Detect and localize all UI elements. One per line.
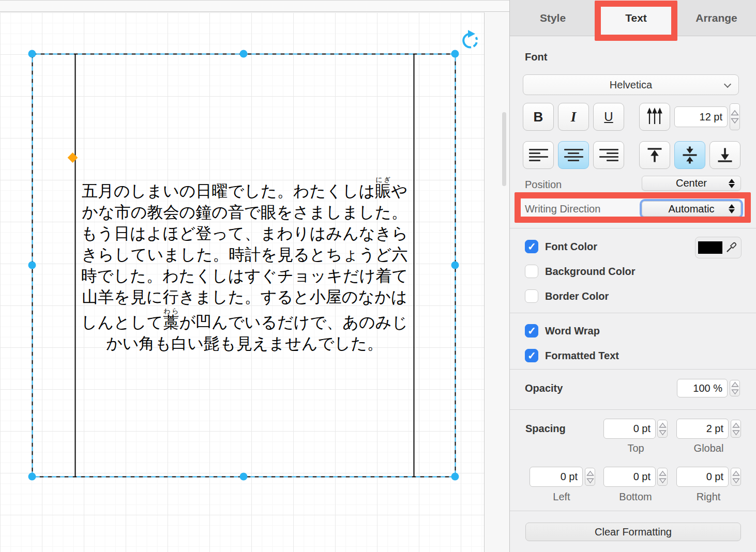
- opacity-value: 100 %: [693, 382, 722, 394]
- spacing-right-value: 0 pt: [706, 471, 723, 483]
- font-size-input[interactable]: 12 pt: [674, 106, 728, 127]
- font-size-value: 12 pt: [700, 111, 722, 123]
- spacing-label: Spacing: [525, 423, 566, 435]
- select-arrows-icon: [729, 204, 735, 213]
- valign-top-icon: [645, 146, 664, 164]
- position-value: Center: [676, 177, 707, 189]
- background-color-checkbox[interactable]: [525, 265, 538, 278]
- opacity-input[interactable]: 100 %: [677, 379, 728, 397]
- formatted-text-label: Formatted Text: [545, 350, 619, 362]
- stepper-arrows-icon: [731, 110, 739, 124]
- writing-direction-select[interactable]: Automatic: [642, 201, 741, 217]
- spacing-global-stepper[interactable]: [731, 420, 741, 438]
- align-center-button[interactable]: [558, 141, 589, 169]
- section-divider: [510, 409, 756, 410]
- italic-icon: I: [571, 109, 577, 125]
- spacing-right-label: Right: [684, 491, 733, 503]
- writing-direction-label: Writing Direction: [525, 203, 600, 215]
- canvas-vertical-scrollbar[interactable]: [502, 112, 506, 186]
- font-family-select[interactable]: Helvetica: [523, 74, 739, 95]
- drawing-canvas[interactable]: 五月のしまいの日曜でした。わたくしは賑にぎやかな市の教会の鐘の音で眼をさましまし…: [0, 0, 509, 552]
- align-right-icon: [599, 149, 618, 161]
- word-wrap-checkbox[interactable]: [525, 324, 538, 338]
- spacing-left-value: 0 pt: [561, 471, 578, 483]
- selection-rect-black: [33, 54, 456, 477]
- position-select[interactable]: Center: [642, 176, 741, 191]
- vertical-text-icon: [645, 108, 664, 126]
- spacing-top-value: 0 pt: [633, 423, 651, 435]
- font-section-label: Font: [525, 51, 547, 63]
- font-family-value: Helvetica: [610, 79, 652, 91]
- italic-button[interactable]: I: [558, 103, 589, 131]
- label-move-handle[interactable]: [68, 152, 78, 163]
- tab-style-label: Style: [540, 12, 566, 24]
- underline-button[interactable]: U: [593, 103, 624, 131]
- valign-bottom-button[interactable]: [709, 141, 740, 169]
- align-left-button[interactable]: [523, 141, 554, 169]
- valign-bottom-icon: [716, 146, 734, 164]
- clear-formatting-label: Clear Formatting: [595, 526, 672, 538]
- valign-middle-icon: [681, 146, 699, 164]
- spacing-global-value: 2 pt: [706, 423, 723, 435]
- section-divider: [510, 313, 756, 313]
- tab-arrange-label: Arrange: [695, 12, 737, 24]
- spacing-top-input[interactable]: 0 pt: [603, 419, 656, 439]
- spacing-bottom-value: 0 pt: [633, 471, 651, 483]
- border-color-checkbox[interactable]: [525, 289, 538, 303]
- chevron-down-icon: [724, 81, 731, 88]
- position-label: Position: [525, 179, 562, 191]
- rotate-handle-icon[interactable]: [463, 30, 477, 47]
- selection-handles[interactable]: [28, 50, 459, 481]
- formatted-text-checkbox[interactable]: [525, 349, 538, 362]
- spacing-right-stepper[interactable]: [731, 468, 741, 486]
- valign-top-button[interactable]: [639, 141, 670, 169]
- opacity-label: Opacity: [525, 382, 563, 394]
- tab-text[interactable]: Text: [596, 0, 676, 36]
- selection-overlay: [0, 0, 509, 552]
- spacing-top-stepper[interactable]: [657, 420, 668, 438]
- spacing-right-input[interactable]: 0 pt: [676, 467, 729, 487]
- spacing-bottom-input[interactable]: 0 pt: [603, 467, 656, 487]
- spacing-left-stepper[interactable]: [585, 468, 595, 486]
- font-size-stepper[interactable]: [730, 103, 740, 130]
- spacing-left-label: Left: [537, 491, 586, 503]
- stepper-arrows-icon: [731, 381, 739, 395]
- bold-button[interactable]: B: [523, 103, 554, 131]
- section-divider: [510, 511, 756, 511]
- tab-arrange[interactable]: Arrange: [676, 0, 756, 36]
- eyedropper-icon: [724, 241, 738, 254]
- border-color-label: Border Color: [545, 290, 609, 302]
- tab-style[interactable]: Style: [510, 0, 596, 36]
- spacing-bottom-label: Bottom: [611, 491, 660, 503]
- spacing-global-input[interactable]: 2 pt: [676, 419, 729, 439]
- font-color-label: Font Color: [545, 241, 597, 253]
- align-right-button[interactable]: [593, 141, 624, 169]
- align-center-icon: [564, 149, 583, 161]
- spacing-global-label: Global: [689, 442, 728, 454]
- spacing-top-label: Top: [616, 442, 655, 454]
- align-left-icon: [529, 149, 548, 161]
- spacing-bottom-stepper[interactable]: [657, 468, 668, 486]
- panel-tabs: Style Text Arrange: [510, 0, 756, 36]
- word-wrap-label: Word Wrap: [545, 325, 600, 337]
- bold-icon: B: [534, 109, 543, 125]
- clear-formatting-button[interactable]: Clear Formatting: [525, 523, 741, 541]
- background-color-label: Background Color: [545, 266, 635, 278]
- section-divider: [510, 369, 756, 370]
- selection-rect-blue: [33, 54, 456, 477]
- font-color-checkbox[interactable]: [525, 240, 538, 253]
- opacity-stepper[interactable]: [730, 380, 740, 396]
- format-panel: Style Text Arrange Font Helvetica B I U …: [509, 0, 756, 552]
- valign-middle-button[interactable]: [674, 141, 705, 169]
- tab-text-label: Text: [625, 12, 647, 24]
- section-divider: [510, 228, 756, 228]
- font-color-swatch-button[interactable]: [695, 237, 742, 258]
- vertical-text-button[interactable]: [639, 103, 670, 131]
- spacing-left-input[interactable]: 0 pt: [530, 467, 583, 487]
- font-color-swatch: [698, 241, 722, 254]
- select-arrows-icon: [729, 179, 735, 188]
- writing-direction-value: Automatic: [669, 203, 715, 215]
- underline-icon: U: [604, 110, 613, 124]
